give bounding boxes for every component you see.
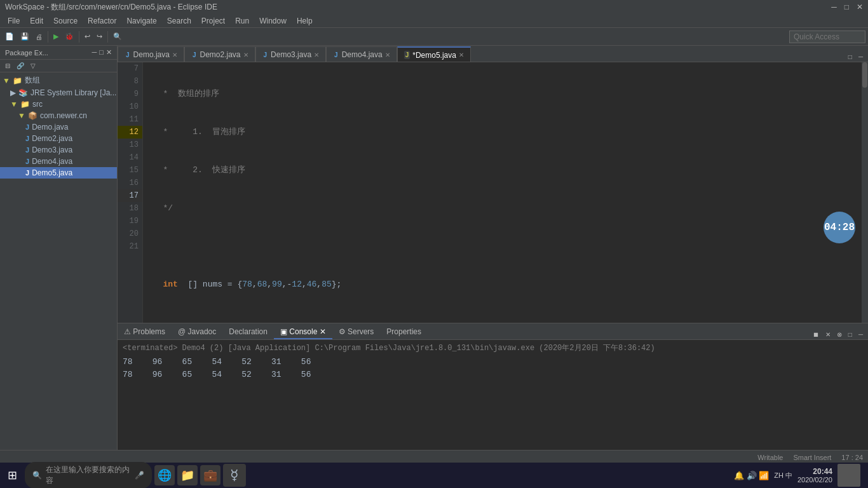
tab-console[interactable]: ▣ Console ✕ bbox=[274, 325, 332, 339]
tree-item-project[interactable]: ▼ 📁 数组 bbox=[0, 74, 117, 87]
tree-item-demo4[interactable]: J Demo4.java bbox=[0, 156, 117, 167]
tree-item-demo5[interactable]: J Demo5.java bbox=[0, 167, 117, 179]
tree-item-demo3[interactable]: J Demo3.java bbox=[0, 144, 117, 156]
line-num-14: 14 bbox=[118, 151, 142, 164]
line-num-15: 15 bbox=[118, 164, 142, 177]
sidebar-minimize-btn[interactable]: ─ bbox=[92, 48, 97, 57]
demo1-icon: J bbox=[25, 123, 29, 131]
tb-run-btn[interactable]: ▶ bbox=[51, 31, 61, 42]
tab-demo5-close[interactable]: ✕ bbox=[459, 51, 464, 58]
console-toolbar-btn1[interactable]: ⏹ bbox=[810, 330, 822, 339]
menu-edit[interactable]: Edit bbox=[25, 15, 48, 27]
tab-demo5[interactable]: J *Demo5.java ✕ bbox=[397, 46, 471, 62]
sidebar-collapse-btn[interactable]: ⊟ bbox=[3, 61, 13, 71]
menu-file[interactable]: File bbox=[3, 15, 25, 27]
demo3-label: Demo3.java bbox=[32, 146, 72, 154]
tree-item-jre[interactable]: ▶ 📚 JRE System Library [Ja... bbox=[0, 87, 117, 98]
taskbar-search-bar[interactable]: 🔍 在这里输入你要搜索的内容 🎤 bbox=[25, 462, 152, 488]
menu-run[interactable]: Run bbox=[230, 15, 254, 27]
tree-item-src[interactable]: ▼ 📁 src bbox=[0, 98, 117, 110]
console-output-2: 78 96 65 54 52 31 56 bbox=[123, 369, 863, 381]
tb-redo-btn[interactable]: ↪ bbox=[94, 31, 105, 42]
tab-demo4-close[interactable]: ✕ bbox=[385, 51, 390, 58]
tab-problems[interactable]: ⚠ Problems bbox=[118, 325, 172, 339]
sidebar-filter-btn[interactable]: ▽ bbox=[28, 61, 38, 71]
console-maximize-btn[interactable]: □ bbox=[846, 330, 855, 339]
sidebar-link-btn[interactable]: 🔗 bbox=[14, 61, 27, 71]
tab-demo1[interactable]: J Demo.java ✕ bbox=[118, 46, 184, 62]
close-button[interactable]: ✕ bbox=[857, 3, 863, 11]
tab-demo1-close[interactable]: ✕ bbox=[172, 51, 177, 58]
menu-project[interactable]: Project bbox=[196, 15, 230, 27]
tab-demo2[interactable]: J Demo2.java ✕ bbox=[184, 46, 255, 62]
tab-demo3-label: Demo3.java bbox=[271, 50, 311, 59]
tab-demo2-label: Demo2.java bbox=[200, 50, 240, 59]
line-num-13: 13 bbox=[118, 139, 142, 151]
console-terminated-info: <terminated> Demo4 (2) [Java Application… bbox=[123, 342, 863, 353]
system-clock[interactable]: 20:44 2020/02/20 bbox=[797, 467, 832, 484]
tab-demo4[interactable]: J Demo4.java ✕ bbox=[326, 46, 397, 62]
menu-window[interactable]: Window bbox=[254, 15, 292, 27]
console-minimize-btn[interactable]: ─ bbox=[856, 330, 865, 339]
minimize-button[interactable]: ─ bbox=[831, 3, 837, 11]
editor-minimize-btn[interactable]: ─ bbox=[856, 52, 865, 62]
menu-bar: File Edit Source Refactor Navigate Searc… bbox=[0, 14, 868, 28]
quick-access-input[interactable] bbox=[789, 30, 865, 43]
scrollbar-thumb[interactable] bbox=[862, 62, 867, 88]
start-button[interactable]: ⊞ bbox=[3, 466, 22, 485]
tree-item-package[interactable]: ▼ 📦 com.newer.cn bbox=[0, 110, 117, 121]
sidebar-tree: ▼ 📁 数组 ▶ 📚 JRE System Library [Ja... ▼ 📁… bbox=[0, 72, 117, 450]
tab-declaration[interactable]: Declaration bbox=[222, 325, 274, 339]
code-content[interactable]: * 数组的排序 * 1. 冒泡排序 * 2. 快速排序 */ int [] nu… bbox=[143, 62, 868, 323]
sidebar-close-btn[interactable]: ✕ bbox=[106, 48, 112, 57]
window-controls: ─ □ ✕ bbox=[831, 3, 863, 11]
qr-icon bbox=[837, 464, 860, 487]
menu-source[interactable]: Source bbox=[48, 15, 83, 27]
tab-properties[interactable]: Properties bbox=[380, 325, 428, 339]
menu-search[interactable]: Search bbox=[162, 15, 196, 27]
tb-search-btn[interactable]: 🔍 bbox=[111, 31, 125, 42]
menu-help[interactable]: Help bbox=[292, 15, 318, 27]
tb-undo-btn[interactable]: ↩ bbox=[82, 31, 93, 42]
cursor-position: 17 : 24 bbox=[841, 454, 863, 461]
taskbar-icon-explorer[interactable]: 📁 bbox=[177, 465, 198, 485]
main-content: Package Ex... ─ □ ✕ ⊟ 🔗 ▽ ▼ 📁 数组 ▶ 📚 JRE… bbox=[0, 46, 868, 450]
code-line-9: * 2. 快速排序 bbox=[148, 164, 863, 177]
taskbar-icon-app1[interactable]: 💼 bbox=[200, 465, 220, 485]
demo1-label: Demo.java bbox=[32, 123, 68, 132]
clock-time: 20:44 bbox=[797, 467, 832, 476]
line-num-20: 20 bbox=[118, 227, 142, 240]
demo2-icon: J bbox=[25, 135, 29, 142]
cortana-icon: 🔍 bbox=[32, 471, 42, 480]
menu-refactor[interactable]: Refactor bbox=[83, 15, 121, 27]
console-toolbar-btn3[interactable]: ⊗ bbox=[834, 330, 844, 339]
console-toolbar-btn2[interactable]: ✕ bbox=[823, 330, 833, 339]
tree-item-demo2[interactable]: J Demo2.java bbox=[0, 133, 117, 144]
maximize-button[interactable]: □ bbox=[844, 3, 849, 11]
tab-servers[interactable]: ⚙ Servers bbox=[332, 325, 381, 339]
expand-icon-jre: ▶ bbox=[10, 88, 16, 97]
tb-print-btn[interactable]: 🖨 bbox=[33, 32, 45, 42]
tab-javadoc[interactable]: @ Javadoc bbox=[172, 325, 222, 339]
timer-badge: 04:28 bbox=[824, 212, 855, 243]
writable-status: Writable bbox=[757, 454, 783, 461]
tree-item-demo1[interactable]: J Demo.java bbox=[0, 121, 117, 133]
taskbar: ⊞ 🔍 在这里输入你要搜索的内容 🎤 🌐 📁 💼 ☿ 🔔 🔊 📶 ZH 中 20… bbox=[0, 463, 868, 488]
vertical-scrollbar[interactable] bbox=[862, 62, 868, 323]
tb-new-btn[interactable]: 📄 bbox=[3, 31, 17, 42]
editor-maximize-btn[interactable]: □ bbox=[846, 52, 855, 62]
menu-navigate[interactable]: Navigate bbox=[121, 15, 161, 27]
demo5-icon: J bbox=[25, 169, 29, 177]
tab-demo3[interactable]: J Demo3.java ✕ bbox=[255, 46, 327, 62]
taskbar-icon-eclipse[interactable]: ☿ bbox=[223, 464, 246, 487]
src-label: src bbox=[32, 100, 43, 109]
tb-save-btn[interactable]: 💾 bbox=[18, 31, 32, 42]
sidebar-maximize-btn[interactable]: □ bbox=[99, 48, 104, 57]
taskbar-search-text[interactable]: 在这里输入你要搜索的内容 bbox=[46, 464, 131, 486]
taskbar-icon-chrome[interactable]: 🌐 bbox=[154, 465, 175, 485]
tb-debug-btn[interactable]: 🐞 bbox=[62, 31, 76, 42]
code-editor[interactable]: 7 8 9 10 11 12 13 14 15 16 17 18 19 20 2… bbox=[118, 62, 868, 323]
tab-demo3-close[interactable]: ✕ bbox=[314, 51, 319, 58]
tab-demo2-close[interactable]: ✕ bbox=[243, 51, 248, 58]
line-num-8: 8 bbox=[118, 75, 142, 88]
